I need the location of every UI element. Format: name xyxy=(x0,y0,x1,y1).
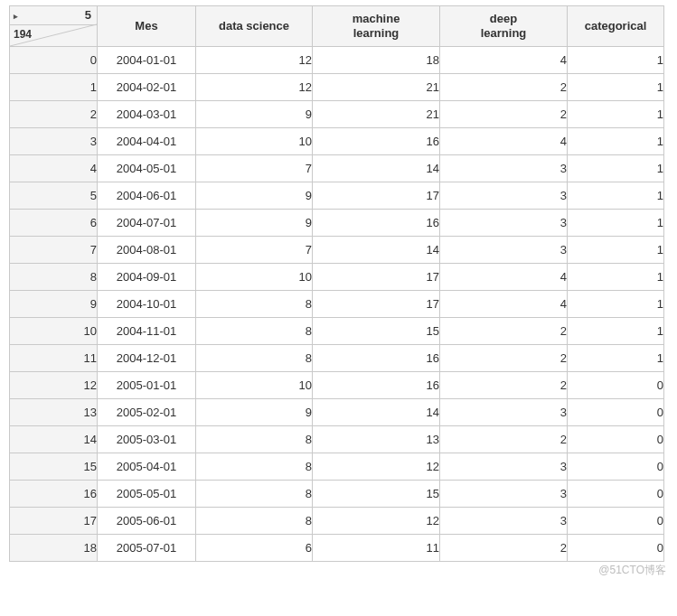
cell-data-science[interactable]: 9 xyxy=(196,182,313,210)
cell-mes[interactable]: 2005-07-01 xyxy=(98,535,196,562)
cell-data-science[interactable]: 8 xyxy=(196,481,313,508)
row-index-cell[interactable]: 4 xyxy=(10,155,98,182)
cell-deep-learning[interactable]: 4 xyxy=(440,128,568,155)
cell-categorical[interactable]: 0 xyxy=(568,453,664,481)
cell-categorical[interactable]: 0 xyxy=(568,481,664,508)
cell-data-science[interactable]: 9 xyxy=(196,399,313,426)
row-index-cell[interactable]: 18 xyxy=(10,535,98,562)
cell-mes[interactable]: 2004-01-01 xyxy=(98,47,196,74)
cell-machine-learning[interactable]: 17 xyxy=(313,264,440,291)
row-index-cell[interactable]: 1 xyxy=(10,74,98,101)
index-corner[interactable]: ▸ 5 194 xyxy=(10,6,98,47)
col-header-deep-learning[interactable]: deep learning xyxy=(440,6,568,47)
cell-data-science[interactable]: 12 xyxy=(196,47,313,74)
table-row[interactable]: 112004-12-0181621 xyxy=(10,345,664,372)
cell-machine-learning[interactable]: 17 xyxy=(313,182,440,210)
cell-categorical[interactable]: 1 xyxy=(568,128,664,155)
row-index-cell[interactable]: 11 xyxy=(10,345,98,372)
row-index-cell[interactable]: 2 xyxy=(10,101,98,128)
table-row[interactable]: 152005-04-0181230 xyxy=(10,453,664,481)
cell-categorical[interactable]: 1 xyxy=(568,291,664,318)
cell-deep-learning[interactable]: 3 xyxy=(440,210,568,237)
cell-deep-learning[interactable]: 3 xyxy=(440,508,568,535)
cell-machine-learning[interactable]: 21 xyxy=(313,101,440,128)
cell-deep-learning[interactable]: 2 xyxy=(440,74,568,101)
cell-machine-learning[interactable]: 14 xyxy=(313,155,440,182)
cell-mes[interactable]: 2005-03-01 xyxy=(98,426,196,453)
cell-mes[interactable]: 2004-06-01 xyxy=(98,182,196,210)
col-header-categorical[interactable]: categorical xyxy=(568,6,664,47)
table-row[interactable]: 62004-07-0191631 xyxy=(10,210,664,237)
cell-categorical[interactable]: 1 xyxy=(568,74,664,101)
cell-machine-learning[interactable]: 15 xyxy=(313,481,440,508)
cell-categorical[interactable]: 1 xyxy=(568,237,664,264)
cell-mes[interactable]: 2004-07-01 xyxy=(98,210,196,237)
table-row[interactable]: 82004-09-01101741 xyxy=(10,264,664,291)
cell-deep-learning[interactable]: 4 xyxy=(440,47,568,74)
cell-machine-learning[interactable]: 14 xyxy=(313,399,440,426)
cell-mes[interactable]: 2004-05-01 xyxy=(98,155,196,182)
row-index-cell[interactable]: 13 xyxy=(10,399,98,426)
cell-categorical[interactable]: 0 xyxy=(568,426,664,453)
cell-data-science[interactable]: 8 xyxy=(196,318,313,345)
row-index-cell[interactable]: 3 xyxy=(10,128,98,155)
cell-categorical[interactable]: 0 xyxy=(568,399,664,426)
table-row[interactable]: 132005-02-0191430 xyxy=(10,399,664,426)
cell-data-science[interactable]: 10 xyxy=(196,264,313,291)
table-row[interactable]: 22004-03-0192121 xyxy=(10,101,664,128)
cell-categorical[interactable]: 1 xyxy=(568,345,664,372)
row-index-cell[interactable]: 12 xyxy=(10,372,98,399)
cell-mes[interactable]: 2004-11-01 xyxy=(98,318,196,345)
table-row[interactable]: 92004-10-0181741 xyxy=(10,291,664,318)
table-row[interactable]: 142005-03-0181320 xyxy=(10,426,664,453)
cell-data-science[interactable]: 10 xyxy=(196,128,313,155)
cell-deep-learning[interactable]: 3 xyxy=(440,399,568,426)
cell-data-science[interactable]: 8 xyxy=(196,291,313,318)
cell-deep-learning[interactable]: 3 xyxy=(440,481,568,508)
cell-machine-learning[interactable]: 15 xyxy=(313,318,440,345)
row-index-cell[interactable]: 15 xyxy=(10,453,98,481)
cell-deep-learning[interactable]: 3 xyxy=(440,237,568,264)
cell-deep-learning[interactable]: 4 xyxy=(440,264,568,291)
cell-data-science[interactable]: 7 xyxy=(196,237,313,264)
cell-deep-learning[interactable]: 2 xyxy=(440,535,568,562)
table-row[interactable]: 102004-11-0181521 xyxy=(10,318,664,345)
cell-data-science[interactable]: 10 xyxy=(196,372,313,399)
cell-machine-learning[interactable]: 16 xyxy=(313,210,440,237)
table-row[interactable]: 162005-05-0181530 xyxy=(10,481,664,508)
cell-categorical[interactable]: 1 xyxy=(568,182,664,210)
cell-data-science[interactable]: 6 xyxy=(196,535,313,562)
cell-mes[interactable]: 2004-08-01 xyxy=(98,237,196,264)
table-row[interactable]: 32004-04-01101641 xyxy=(10,128,664,155)
cell-machine-learning[interactable]: 16 xyxy=(313,345,440,372)
cell-categorical[interactable]: 1 xyxy=(568,318,664,345)
table-row[interactable]: 42004-05-0171431 xyxy=(10,155,664,182)
cell-machine-learning[interactable]: 16 xyxy=(313,128,440,155)
row-index-cell[interactable]: 10 xyxy=(10,318,98,345)
row-index-cell[interactable]: 0 xyxy=(10,47,98,74)
cell-deep-learning[interactable]: 3 xyxy=(440,182,568,210)
table-row[interactable]: 02004-01-01121841 xyxy=(10,47,664,74)
table-row[interactable]: 182005-07-0161120 xyxy=(10,535,664,562)
cell-machine-learning[interactable]: 12 xyxy=(313,453,440,481)
cell-mes[interactable]: 2005-06-01 xyxy=(98,508,196,535)
row-index-cell[interactable]: 17 xyxy=(10,508,98,535)
cell-deep-learning[interactable]: 4 xyxy=(440,291,568,318)
cell-categorical[interactable]: 1 xyxy=(568,155,664,182)
cell-deep-learning[interactable]: 3 xyxy=(440,453,568,481)
cell-data-science[interactable]: 8 xyxy=(196,453,313,481)
cell-data-science[interactable]: 9 xyxy=(196,210,313,237)
table-row[interactable]: 172005-06-0181230 xyxy=(10,508,664,535)
row-index-cell[interactable]: 16 xyxy=(10,481,98,508)
cell-mes[interactable]: 2004-12-01 xyxy=(98,345,196,372)
cell-data-science[interactable]: 8 xyxy=(196,426,313,453)
cell-deep-learning[interactable]: 3 xyxy=(440,155,568,182)
cell-mes[interactable]: 2004-02-01 xyxy=(98,74,196,101)
cell-deep-learning[interactable]: 2 xyxy=(440,318,568,345)
cell-categorical[interactable]: 0 xyxy=(568,535,664,562)
cell-mes[interactable]: 2004-10-01 xyxy=(98,291,196,318)
col-header-data-science[interactable]: data science xyxy=(196,6,313,47)
row-index-cell[interactable]: 8 xyxy=(10,264,98,291)
cell-mes[interactable]: 2004-04-01 xyxy=(98,128,196,155)
row-index-cell[interactable]: 6 xyxy=(10,210,98,237)
